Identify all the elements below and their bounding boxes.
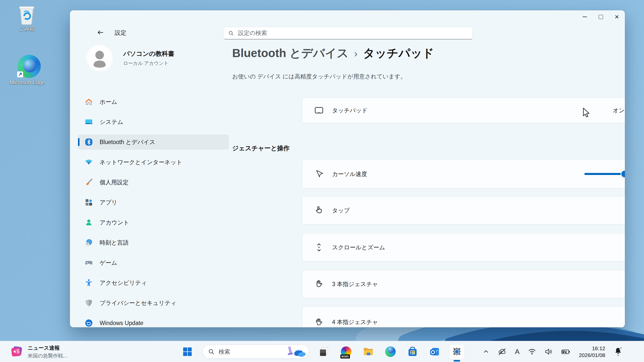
- desktop-icon-label: Microsoft Edge: [7, 79, 47, 85]
- gesture-row-four-finger[interactable]: 4 本指ジェスチャ: [302, 306, 625, 327]
- settings-search-box[interactable]: [224, 27, 472, 39]
- sidebar-item-network[interactable]: ネットワークとインターネット: [78, 155, 229, 170]
- scroll-zoom-icon: [314, 242, 324, 252]
- taskbar-search-box[interactable]: 検索: [202, 345, 309, 359]
- desktop-icon-label: ごみ箱: [14, 25, 39, 32]
- m365-badge: M365: [340, 354, 350, 358]
- accounts-icon: [85, 218, 93, 227]
- selected-indicator: [78, 138, 79, 146]
- sidebar-item-home[interactable]: ホーム: [78, 94, 229, 109]
- close-button[interactable]: ×: [609, 10, 625, 23]
- gesture-row-tap[interactable]: タップ: [302, 196, 625, 224]
- onedrive-paused-icon[interactable]: [498, 348, 506, 355]
- gesture-row-label: タップ: [332, 207, 350, 214]
- sidebar-item-label: システム: [100, 118, 123, 126]
- recycle-bin-icon: [18, 5, 35, 25]
- settings-gear-icon: [452, 346, 462, 357]
- sidebar-item-privacy-security[interactable]: プライバシーとセキュリティ: [78, 295, 229, 310]
- sidebar-item-gaming[interactable]: ゲーム: [78, 255, 229, 270]
- sidebar-item-label: ネットワークとインターネット: [100, 158, 182, 166]
- desktop: ごみ箱 Microsoft Edge 設定 ×: [0, 0, 644, 362]
- sidebar-item-windows-update[interactable]: Windows Update: [78, 315, 229, 327]
- sidebar-item-accessibility[interactable]: アクセシビリティ: [78, 275, 229, 290]
- shortcut-arrow-icon: [17, 71, 23, 77]
- edge-button[interactable]: [383, 344, 398, 359]
- back-button[interactable]: [94, 26, 107, 39]
- cursor-speed-row: カーソル速度: [302, 160, 625, 188]
- edge-icon-center: [388, 347, 394, 353]
- section-header: ジェスチャーと操作: [232, 144, 290, 152]
- account-block[interactable]: パソコンの教科書 ローカル アカウント: [80, 42, 221, 75]
- svg-text:z: z: [620, 347, 622, 349]
- accessibility-icon: [85, 279, 93, 287]
- sidebar-item-time-language[interactable]: 時刻と言語: [78, 235, 229, 250]
- windows-logo-icon: [183, 347, 192, 356]
- notification-bell-icon[interactable]: zz: [614, 347, 622, 356]
- active-app-indicator: [454, 360, 460, 361]
- volume-icon[interactable]: [545, 348, 553, 355]
- mouse-cursor: [583, 108, 592, 118]
- start-button[interactable]: [180, 344, 195, 359]
- cursor-speed-slider[interactable]: [584, 173, 625, 175]
- desktop-icon-edge[interactable]: Microsoft Edge: [7, 55, 47, 85]
- widgets-button[interactable]: ニュース速報 米国の急襲作戦...: [7, 341, 71, 362]
- task-view-icon: [319, 346, 329, 357]
- cursor-icon: [314, 169, 324, 179]
- file-explorer-button[interactable]: [361, 344, 376, 359]
- sidebar-item-bluetooth-devices[interactable]: Bluetooth とデバイス: [78, 134, 229, 150]
- settings-search-input[interactable]: [237, 29, 468, 37]
- minimize-button[interactable]: [577, 10, 593, 23]
- microsoft-store-button[interactable]: [405, 344, 420, 359]
- bluetooth-icon: [85, 138, 93, 146]
- outlook-button[interactable]: [427, 344, 442, 359]
- sidebar-item-personalization[interactable]: 個人用設定: [78, 175, 229, 190]
- maximize-button[interactable]: [593, 10, 609, 23]
- sidebar-item-label: ゲーム: [100, 259, 117, 267]
- desktop-icon-recycle-bin[interactable]: ごみ箱: [14, 5, 39, 32]
- windows-update-icon: [85, 319, 93, 327]
- m365-copilot-button[interactable]: M365: [339, 344, 353, 359]
- sidebar-item-system[interactable]: システム: [78, 114, 229, 129]
- breadcrumb-separator-icon: ›: [354, 48, 357, 59]
- touchpad-toggle-row[interactable]: タッチパッド オン: [302, 98, 625, 123]
- close-icon: ×: [615, 13, 619, 21]
- account-name: パソコンの教科書: [123, 50, 174, 58]
- wifi-status-icon[interactable]: [528, 348, 536, 355]
- tray-time: 16:12: [579, 345, 605, 352]
- sidebar-item-accounts[interactable]: アカウント: [78, 215, 229, 230]
- tray-chevron-up-icon[interactable]: [483, 348, 489, 355]
- ime-mode-indicator[interactable]: A: [515, 348, 519, 356]
- sidebar-item-label: 個人用設定: [100, 178, 129, 186]
- person-icon: [86, 44, 113, 72]
- edge-logo-center: [23, 59, 36, 72]
- search-highlight-icon: [287, 345, 306, 358]
- page-title: タッチパッド: [363, 46, 434, 61]
- wifi-icon: [85, 158, 93, 166]
- window-title: 設定: [115, 29, 126, 37]
- account-type: ローカル アカウント: [123, 60, 169, 67]
- time-language-icon: [85, 238, 93, 247]
- clock[interactable]: 16:12 2026/01/08: [579, 345, 605, 358]
- sidebar-item-apps[interactable]: アプリ: [78, 195, 229, 210]
- four-finger-gesture-icon: [314, 317, 324, 327]
- gesture-row-label: 4 本指ジェスチャ: [332, 318, 378, 326]
- sidebar-item-label: 時刻と言語: [100, 239, 129, 247]
- slider-thumb[interactable]: [621, 170, 625, 178]
- slider-fill: [584, 173, 625, 175]
- sidebar-item-label: アプリ: [100, 199, 117, 206]
- minimize-icon: [583, 17, 587, 17]
- file-explorer-icon: [363, 346, 374, 357]
- back-arrow-icon: [97, 29, 104, 36]
- avatar: [86, 44, 113, 72]
- apps-icon: [85, 198, 93, 207]
- gesture-row-three-finger[interactable]: 3 本指ジェスチャ: [302, 270, 625, 298]
- three-finger-gesture-icon: [314, 279, 324, 289]
- settings-button[interactable]: [450, 344, 464, 359]
- breadcrumb-parent[interactable]: Bluetooth とデバイス: [232, 46, 349, 61]
- battery-charging-icon[interactable]: [561, 348, 570, 355]
- task-view-button[interactable]: [317, 344, 331, 359]
- taskbar: ニュース速報 米国の急襲作戦... 検索: [0, 341, 644, 362]
- gesture-row-scroll-zoom[interactable]: スクロールとズーム: [302, 233, 625, 261]
- page-description: お使いの デバイス には高精度タッチパッドが用意されています。: [232, 73, 406, 80]
- brush-icon: [85, 178, 93, 187]
